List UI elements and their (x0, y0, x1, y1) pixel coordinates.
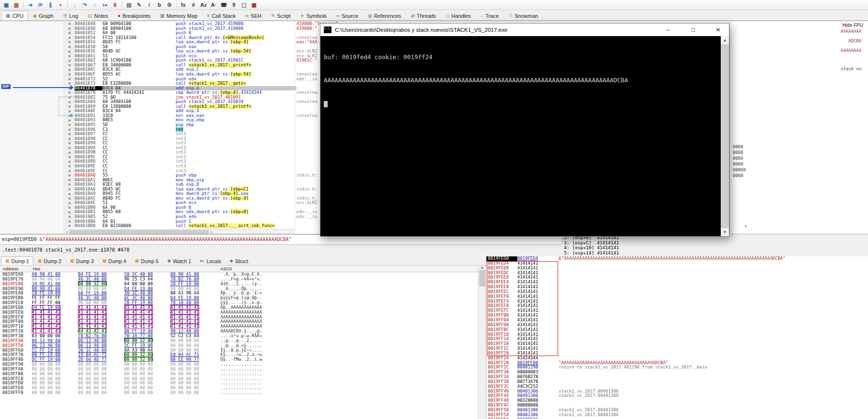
console-window-icon[interactable]: ▣ (1, 1, 11, 9)
stack-row[interactable]: 0019FF4C00000000 (486, 403, 868, 408)
settings-gear-icon[interactable]: ⚙ (165, 1, 174, 9)
stack-row[interactable]: 0019FF2441424344 (486, 356, 868, 361)
stack-row[interactable]: 0019FEFC41414141 (486, 308, 868, 313)
breakpoint-gutter[interactable] (64, 164, 75, 169)
label-icon[interactable]: b (154, 1, 164, 9)
breakpoint-gutter[interactable] (64, 49, 75, 54)
tab-seh[interactable]: ∞SEH (241, 11, 267, 20)
tab-memory-map[interactable]: ▦Memory Map (155, 11, 203, 20)
lowercase-icon[interactable]: A· (209, 1, 218, 9)
tab-threads[interactable]: ⇄Threads (406, 11, 441, 20)
stack-row[interactable]: 0019FED00019FED4&"AAAAAAAAAAAAAAAAAAAAAA… (486, 256, 868, 261)
step-over-icon[interactable]: ↷ (80, 1, 89, 9)
breakpoint-gutter[interactable] (64, 159, 75, 164)
stack-row[interactable]: 0019FF5000401306stack1_vs_2017.00401306 (486, 408, 868, 413)
uppercase-icon[interactable]: Az (199, 1, 208, 9)
tab-graph[interactable]: ◆Graph (28, 11, 58, 20)
stack-row[interactable]: 0019FF0841414141 (486, 323, 868, 328)
restart-icon[interactable]: ⟳ (36, 1, 45, 9)
stack-row[interactable]: 0019FEE441414141 (486, 280, 868, 285)
run-icon[interactable]: ➜ (26, 1, 35, 9)
scrollbar-thumb[interactable] (721, 44, 729, 228)
stack-row[interactable]: 0019FF2C00401290return to stack1_vs_2017… (486, 365, 868, 370)
breakpoint-gutter[interactable] (64, 72, 75, 77)
tab-cpu[interactable]: ▦CPU (1, 11, 28, 20)
breakpoint-gutter[interactable] (64, 109, 75, 114)
breakpoint-gutter[interactable] (64, 137, 75, 141)
stack-row[interactable]: 0019FEF441414141 (486, 299, 868, 304)
breakpoint-gutter[interactable] (64, 132, 75, 137)
tab-references[interactable]: ◎References (363, 11, 406, 20)
breakpoint-gutter[interactable] (64, 169, 75, 174)
dump-scrollbar[interactable]: ▲ (478, 266, 486, 419)
scroll-right-icon[interactable]: ▸ (209, 230, 214, 233)
breakpoint-gutter[interactable] (64, 118, 75, 123)
breakpoint-gutter[interactable] (64, 36, 75, 40)
stack-row[interactable]: 0019FF3000000003 (486, 370, 868, 375)
tab-log[interactable]: ☰Log (58, 11, 83, 20)
breakpoint-gutter[interactable] (64, 201, 75, 205)
breakpoint-gutter[interactable] (64, 215, 75, 219)
scroll-up-icon[interactable]: ▲ (478, 266, 486, 269)
breakpoint-gutter[interactable] (64, 63, 75, 68)
breakpoint-gutter[interactable] (64, 141, 75, 146)
breakpoint-gutter[interactable] (64, 127, 75, 132)
stack-row[interactable]: 0019FEF041414141 (486, 294, 868, 299)
breakpoint-gutter[interactable] (64, 100, 75, 104)
breakpoint-gutter[interactable] (64, 219, 75, 224)
stack-row[interactable]: 0019FF4400401306stack1_vs_2017.00401306 (486, 394, 868, 398)
breakpoint-gutter[interactable] (64, 104, 75, 109)
stack-row[interactable]: 0019FED441414141 (486, 261, 868, 266)
info-icon[interactable]: i (144, 1, 154, 9)
stack-row[interactable]: 0019FF0C41414141 (486, 328, 868, 332)
breakpoint-gutter[interactable] (64, 95, 75, 100)
tab-dump-4[interactable]: ▦Dump 4 (98, 256, 130, 265)
breakpoint-gutter[interactable] (64, 155, 75, 160)
breakpoint-gutter[interactable] (64, 123, 75, 127)
breakpoint-gutter[interactable] (64, 191, 75, 196)
step-out-icon[interactable]: ↑ (90, 1, 100, 9)
breakpoint-gutter[interactable] (64, 196, 75, 201)
scroll-down-icon[interactable]: ▼ (721, 228, 729, 236)
tab-dump-1[interactable]: ▦Dump 1 (1, 256, 33, 265)
tab-handles[interactable]: ◇Handles (441, 11, 475, 20)
console-output[interactable]: buf: 0019fed4 cookie: 0019ff24 AAAAAAAAA… (320, 36, 721, 236)
breakpoint-gutter[interactable] (64, 182, 75, 187)
stack-row[interactable]: 0019FF340076B278 (486, 375, 868, 380)
calculator-icon[interactable]: 9 (229, 1, 239, 9)
breakpoint-gutter[interactable] (64, 26, 75, 31)
console-scrollbar[interactable]: ▲ ▼ (721, 36, 729, 236)
phone-icon[interactable]: ☎ (219, 1, 229, 9)
breakpoint-gutter[interactable] (64, 77, 75, 82)
breakpoint-gutter[interactable] (64, 31, 75, 36)
tab-script[interactable]: ✎Script (266, 11, 295, 20)
scroll-up-icon[interactable]: ▲ (721, 36, 729, 44)
tab-locals[interactable]: x=Locals (195, 256, 225, 265)
memory-icon[interactable]: ▤ (124, 1, 134, 9)
functions-icon[interactable]: fx (179, 1, 188, 9)
stack-row[interactable]: 0019FF3CA4C3C252 (486, 384, 868, 389)
stack-row[interactable]: 0019FF1041414141 (486, 332, 868, 337)
stack-row[interactable]: 0019FF3800773A70 (486, 380, 868, 384)
breakpoint-gutter[interactable] (64, 40, 75, 45)
tab-snowman[interactable]: ☃Snowman (504, 11, 543, 20)
stack-row[interactable]: 0019FF1841414141 (486, 342, 868, 346)
hash-icon[interactable]: # (189, 1, 198, 9)
disasm-horizontal-scrollbar[interactable]: ◂ ▸ (64, 229, 295, 234)
console-title-bar[interactable]: C:\_ C:\Users\ricardo\Desktop\abos y sta… (320, 24, 729, 36)
tab-struct[interactable]: ◆Struct (226, 256, 253, 265)
tab-call-stack[interactable]: ≡Call Stack (202, 11, 240, 20)
scrollbar-thumb[interactable] (69, 230, 209, 234)
pause-icon[interactable]: ∥ (46, 1, 55, 9)
stack-row[interactable]: 0019FF4000401306stack1_vs_2017.00401306 (486, 389, 868, 394)
stack-row[interactable]: 0019FEE041414141 (486, 275, 868, 280)
window-icon[interactable]: ▢ (239, 1, 249, 9)
stack-row[interactable]: 0019FF4800320000 (486, 398, 868, 403)
tab-dump-5[interactable]: ▦Dump 5 (130, 256, 163, 265)
brick-icon[interactable]: ▦ (249, 1, 259, 9)
tab-breakpoints[interactable]: ●Breakpoints (113, 11, 155, 20)
stack-row[interactable]: 0019FEF841414141 (486, 304, 868, 308)
scroll-left-icon[interactable]: ◂ (64, 230, 69, 233)
breakpoint-gutter[interactable] (64, 67, 75, 72)
minimize-button[interactable]: – (657, 24, 679, 36)
